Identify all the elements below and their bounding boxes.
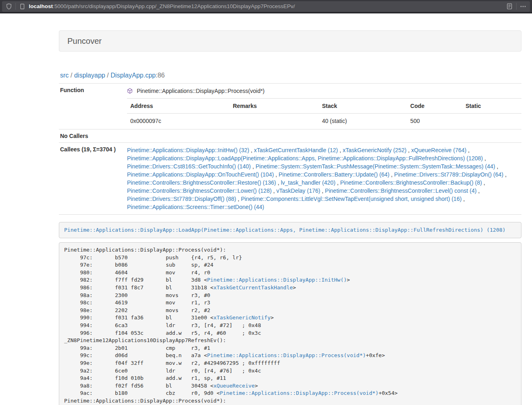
callee-link[interactable]: vTaskDelay (176)	[276, 187, 320, 194]
callee-link[interactable]: Pinetime::Controllers::BrightnessControl…	[127, 179, 276, 186]
app-header-panel: Puncover	[59, 30, 521, 52]
package-cube-icon	[127, 88, 134, 95]
callee-link[interactable]: Pinetime::Components::LittleVgl::SetNewT…	[241, 196, 462, 202]
callee-link[interactable]: Pinetime::Controllers::BrightnessControl…	[127, 187, 271, 194]
page-info-icon[interactable]	[19, 3, 26, 10]
symbol-link[interactable]: xQueueReceive	[213, 383, 255, 389]
page-container: Puncover src / displayapp / DisplayApp.c…	[59, 13, 521, 405]
callers-row: No Callers	[59, 129, 521, 143]
callee-link[interactable]: Pinetime::System::SystemTask::PushMessag…	[256, 163, 495, 170]
symbol-link[interactable]: Pinetime::Applications::DisplayApp::Init…	[207, 277, 347, 283]
address-value: 0x0000097c	[127, 114, 230, 129]
highlighted-callee-link[interactable]: Pinetime::Applications::DisplayApp::Load…	[64, 227, 506, 233]
callees-row: Callees (19, Σ=3704 ) Pinetime::Applicat…	[59, 143, 521, 215]
symbol-link[interactable]: xTaskGenericNotify	[213, 315, 271, 321]
symbol-link[interactable]: Pinetime::Applications::DisplayApp::Proc…	[220, 390, 379, 396]
shield-icon[interactable]	[6, 3, 12, 10]
page-actions-menu-icon[interactable]	[520, 3, 526, 10]
remarks-header: Remarks	[230, 99, 319, 114]
callee-link[interactable]: xTaskGetCurrentTaskHandle (12)	[254, 147, 338, 153]
callee-link[interactable]: Pinetime::Drivers::Cst816S::GetTouchInfo…	[127, 163, 251, 170]
symbol-link[interactable]: Pinetime::Applications::DisplayApp::Proc…	[207, 352, 366, 358]
highlighted-callee-box: Pinetime::Applications::DisplayApp::Load…	[59, 222, 521, 238]
reader-view-icon[interactable]	[506, 3, 513, 10]
urlbar-divider	[15, 3, 16, 10]
breadcrumb-separator: /	[105, 72, 110, 79]
breadcrumb-file-link[interactable]: DisplayApp.cpp	[111, 72, 156, 79]
callee-link[interactable]: xQueueReceive (764)	[411, 147, 466, 153]
url-path: :5000/path/src/displayapp/DisplayApp.cpp…	[53, 3, 295, 9]
stack-value: 40 (static)	[319, 114, 407, 129]
function-label: Function	[59, 84, 124, 129]
disassembly-pre: Pinetime::Applications::DisplayApp::Proc…	[59, 242, 521, 405]
stats-value-row: 0x0000097c 40 (static) 500	[127, 114, 521, 129]
breadcrumb: src / displayapp / DisplayApp.cpp:86	[60, 72, 521, 79]
breadcrumb-line-number: :86	[156, 72, 165, 79]
remarks-value	[230, 114, 319, 129]
browser-toolbar: localhost:5000/path/src/displayapp/Displ…	[0, 0, 532, 13]
stats-header-row: Address Remarks Stack Code Static	[127, 99, 521, 114]
callee-link[interactable]: Pinetime::Drivers::St7789::DisplayOff() …	[127, 196, 236, 202]
page-title: Puncover	[67, 36, 513, 46]
callee-link[interactable]: lv_task_handler (420)	[281, 179, 336, 186]
urlbar-divider-right	[516, 3, 517, 10]
code-header: Code	[407, 99, 462, 114]
callee-link[interactable]: Pinetime::Applications::DisplayApp::OnTo…	[127, 171, 274, 178]
callees-label: Callees (19, Σ=3704 )	[59, 143, 124, 215]
callees-list: Pinetime::Applications::DisplayApp::Init…	[124, 143, 521, 215]
callee-link[interactable]: Pinetime::Applications::DisplayApp::Load…	[127, 155, 483, 162]
callee-link[interactable]: Pinetime::Controllers::BrightnessControl…	[325, 187, 476, 194]
function-name: Pinetime::Applications::DisplayApp::Proc…	[137, 88, 265, 94]
symbol-detail-table: Function Pinetime::Applications::Display…	[59, 83, 521, 215]
stack-header: Stack	[319, 99, 407, 114]
callee-link[interactable]: xTaskGenericNotify (252)	[342, 147, 406, 153]
function-row: Function Pinetime::Applications::Display…	[59, 84, 521, 129]
callee-link[interactable]: Pinetime::Applications::Screens::Timer::…	[127, 204, 264, 210]
static-header: Static	[462, 99, 521, 114]
callee-link[interactable]: Pinetime::Controllers::BrightnessControl…	[340, 179, 482, 186]
function-stats-table: Address Remarks Stack Code Static 0x0000…	[127, 98, 521, 129]
no-callers-label: No Callers	[59, 129, 124, 143]
address-header: Address	[127, 99, 230, 114]
callee-link[interactable]: Pinetime::Controllers::Battery::Update()…	[279, 171, 390, 178]
url-text[interactable]: localhost:5000/path/src/displayapp/Displ…	[29, 3, 506, 9]
breadcrumb-separator: /	[69, 72, 74, 79]
breadcrumb-src-link[interactable]: src	[60, 72, 69, 79]
callee-link[interactable]: Pinetime::Applications::DisplayApp::Init…	[127, 147, 249, 153]
breadcrumb-displayapp-link[interactable]: displayapp	[74, 72, 106, 79]
static-value	[462, 114, 521, 129]
callee-link[interactable]: Pinetime::Drivers::St7789::DisplayOn() (…	[394, 171, 503, 178]
symbol-link[interactable]: xTaskGetCurrentTaskHandle	[213, 284, 293, 291]
code-value: 500	[407, 114, 462, 129]
url-bar[interactable]: localhost:5000/path/src/displayapp/Displ…	[2, 1, 530, 12]
url-host: localhost	[29, 3, 53, 9]
